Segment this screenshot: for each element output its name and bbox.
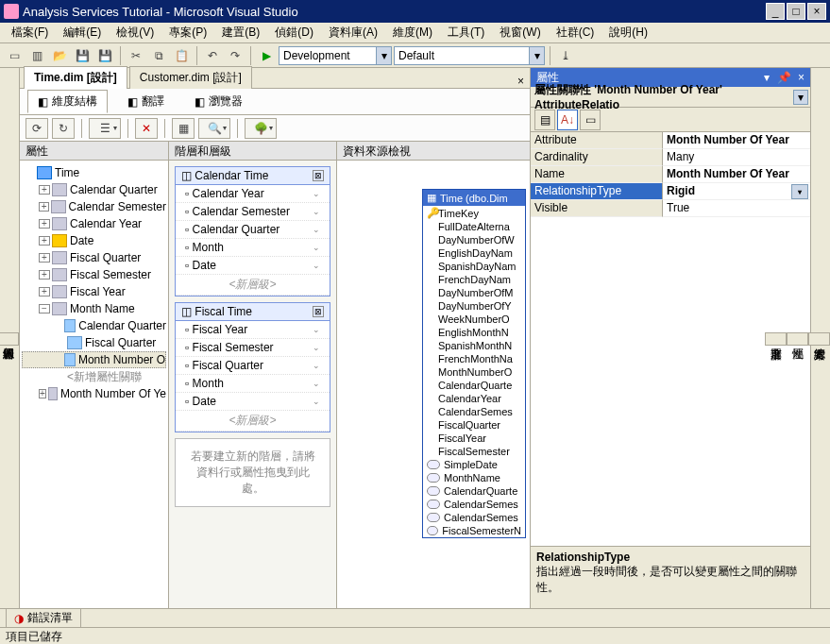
property-row[interactable]: RelationshipTypeRigid bbox=[531, 183, 810, 200]
collapse-icon[interactable]: ⊠ bbox=[313, 306, 324, 317]
column-row[interactable]: MonthName bbox=[423, 471, 525, 484]
expand-icon[interactable]: − bbox=[39, 304, 50, 314]
categorized-button[interactable]: ▤ bbox=[534, 110, 555, 130]
zoom-button[interactable]: 🔍 bbox=[198, 118, 230, 139]
property-value[interactable]: Rigid bbox=[663, 183, 810, 200]
expand-icon[interactable]: + bbox=[39, 219, 50, 229]
cut-button[interactable]: ✂ bbox=[126, 45, 146, 66]
hierarchy-level[interactable]: ▫ Date⌄ bbox=[176, 257, 330, 275]
rail-tab[interactable]: 部署進度 bbox=[765, 332, 787, 346]
tree-row[interactable]: +Fiscal Semester bbox=[22, 266, 166, 283]
table-box[interactable]: ▦Time (dbo.Dim🔑TimeKeyFullDateAlternaDay… bbox=[422, 189, 526, 538]
show-table-button[interactable]: ▦ bbox=[172, 118, 195, 139]
tree-row[interactable]: −Month Name bbox=[22, 300, 166, 317]
column-row[interactable]: CalendarYear bbox=[423, 392, 525, 405]
expand-icon[interactable]: + bbox=[39, 202, 49, 212]
expand-icon[interactable]: + bbox=[39, 287, 50, 297]
menu-item[interactable]: 說明(H) bbox=[601, 23, 655, 42]
close-button[interactable]: × bbox=[807, 3, 826, 20]
properties-object-combo[interactable]: 屬性關聯性 'Month Number Of Year' AttributeRe… bbox=[531, 87, 810, 108]
hierarchy-level[interactable]: ▫ Fiscal Quarter⌄ bbox=[176, 357, 330, 375]
property-value[interactable]: Month Number Of Year bbox=[663, 166, 810, 183]
rail-tab[interactable]: 屬性 bbox=[787, 332, 808, 346]
hierarchy-box[interactable]: ◫ Fiscal Time⊠▫ Fiscal Year⌄▫ Fiscal Sem… bbox=[175, 302, 330, 432]
tree-row[interactable]: +Calendar Quarter bbox=[22, 181, 166, 198]
column-row[interactable]: FiscalQuarter bbox=[423, 418, 525, 432]
hierarchy-level[interactable]: ▫ Month⌄ bbox=[176, 239, 330, 257]
column-row[interactable]: FiscalYear bbox=[423, 432, 525, 445]
expand-icon[interactable]: + bbox=[39, 389, 46, 398]
designer-tab[interactable]: ◧瀏覽器 bbox=[184, 90, 253, 113]
save-all-button[interactable]: 💾 bbox=[94, 45, 115, 66]
tree-row[interactable]: +Date bbox=[22, 232, 166, 249]
table-title[interactable]: ▦Time (dbo.Dim bbox=[423, 190, 525, 206]
save-button[interactable]: 💾 bbox=[72, 45, 93, 66]
column-row[interactable]: 🔑TimeKey bbox=[423, 206, 525, 220]
hierarchy-level[interactable]: ▫ Calendar Year⌄ bbox=[176, 185, 330, 203]
designer-tab[interactable]: ◧翻譯 bbox=[117, 90, 175, 113]
menu-item[interactable]: 社群(C) bbox=[549, 23, 602, 42]
property-value[interactable]: Many bbox=[663, 149, 810, 166]
deploy-button[interactable]: ⤓ bbox=[555, 45, 576, 66]
maximize-button[interactable]: □ bbox=[787, 3, 805, 20]
hierarchy-level[interactable]: ▫ Fiscal Year⌄ bbox=[176, 321, 330, 339]
tree-row[interactable]: Fiscal Quarter bbox=[22, 334, 166, 351]
column-row[interactable]: DayNumberOfM bbox=[423, 286, 525, 299]
target-combo[interactable]: Default ▾ bbox=[394, 46, 545, 65]
open-button[interactable]: 📂 bbox=[49, 45, 70, 66]
column-row[interactable]: FullDateAlterna bbox=[423, 220, 525, 233]
menu-item[interactable]: 資料庫(A) bbox=[321, 23, 385, 42]
menu-item[interactable]: 專案(P) bbox=[161, 23, 214, 42]
column-row[interactable]: SpanishDayNam bbox=[423, 260, 525, 273]
undo-button[interactable]: ↶ bbox=[202, 45, 223, 66]
delete-button[interactable]: ✕ bbox=[135, 118, 158, 139]
process-button[interactable]: ⟳ bbox=[25, 118, 48, 139]
menu-item[interactable]: 建置(B) bbox=[214, 23, 267, 42]
column-row[interactable]: CalendarQuarte bbox=[423, 484, 525, 498]
tree-row[interactable]: +Calendar Year bbox=[22, 215, 166, 232]
column-row[interactable]: CalendarSemes bbox=[423, 405, 525, 418]
refresh-button[interactable]: ↻ bbox=[52, 118, 75, 139]
menu-item[interactable]: 視窗(W) bbox=[492, 23, 548, 42]
collapse-icon[interactable]: ⊠ bbox=[313, 170, 324, 181]
error-list-tab[interactable]: ◑ 錯誤清單 bbox=[6, 608, 81, 628]
property-pages-button[interactable]: ▭ bbox=[580, 110, 601, 130]
new-project-button[interactable]: ▭ bbox=[4, 45, 25, 66]
tree-row[interactable]: +Month Number Of Ye bbox=[22, 385, 166, 402]
property-row[interactable]: VisibleTrue bbox=[531, 200, 810, 217]
close-document-button[interactable]: × bbox=[512, 75, 530, 88]
tree-row[interactable]: <新增屬性關聯 bbox=[22, 368, 166, 385]
column-row[interactable]: EnglishMonthN bbox=[423, 326, 525, 339]
hierarchy-box[interactable]: ◫ Calendar Time⊠▫ Calendar Year⌄▫ Calend… bbox=[175, 166, 330, 297]
config-combo[interactable]: Development ▾ bbox=[279, 46, 392, 65]
column-row[interactable]: CalendarSemes bbox=[423, 511, 525, 524]
column-row[interactable]: FiscalSemester bbox=[423, 445, 525, 458]
property-row[interactable]: NameMonth Number Of Year bbox=[531, 166, 810, 183]
expand-icon[interactable]: + bbox=[39, 270, 50, 280]
rail-tab[interactable]: 方案總管 bbox=[808, 332, 830, 346]
tree-row[interactable]: +Calendar Semester bbox=[22, 198, 166, 215]
tree-row[interactable]: Calendar Quarter bbox=[22, 317, 166, 334]
property-row[interactable]: AttributeMonth Number Of Year bbox=[531, 132, 810, 149]
paste-button[interactable]: 📋 bbox=[171, 45, 192, 66]
column-row[interactable]: WeekNumberO bbox=[423, 313, 525, 326]
property-value[interactable]: Month Number Of Year bbox=[663, 132, 810, 149]
rail-tab[interactable]: 伺服器總管 bbox=[0, 332, 19, 346]
tree-row[interactable]: Month Number O bbox=[22, 351, 166, 368]
tree-row[interactable]: Time bbox=[22, 164, 166, 181]
menu-item[interactable]: 檢視(V) bbox=[109, 23, 161, 42]
menu-item[interactable]: 維度(M) bbox=[385, 23, 440, 42]
redo-button[interactable]: ↷ bbox=[225, 45, 246, 66]
column-row[interactable]: FrenchDayNam bbox=[423, 273, 525, 286]
tree-row[interactable]: +Fiscal Year bbox=[22, 283, 166, 300]
column-row[interactable]: DayNumberOfY bbox=[423, 299, 525, 313]
document-tab[interactable]: Time.dim [設計] bbox=[24, 66, 127, 89]
column-row[interactable]: EnglishDayNam bbox=[423, 246, 525, 260]
column-row[interactable]: SimpleDate bbox=[423, 458, 525, 471]
menu-item[interactable]: 編輯(E) bbox=[56, 23, 109, 42]
view-mode-button[interactable]: ☰ bbox=[89, 118, 121, 139]
designer-tab[interactable]: ◧維度結構 bbox=[27, 90, 108, 113]
column-row[interactable]: FiscalSemesterN bbox=[423, 524, 525, 537]
column-row[interactable]: MonthNumberO bbox=[423, 365, 525, 379]
column-row[interactable]: SpanishMonthN bbox=[423, 339, 525, 352]
